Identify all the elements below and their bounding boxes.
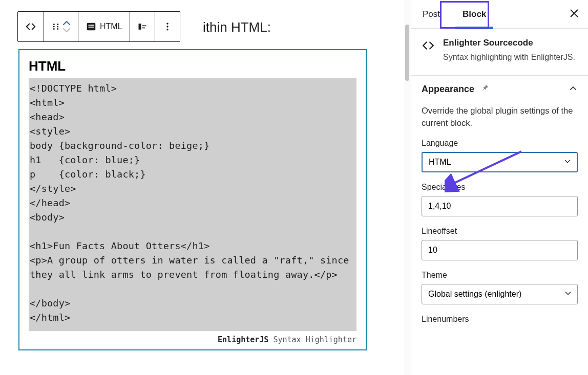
sidebar-tabs: Post Block (411, 0, 588, 29)
svg-point-3 (57, 26, 58, 28)
chevron-up-icon (569, 84, 578, 95)
chevron-down-icon (563, 157, 572, 167)
svg-rect-12 (142, 28, 145, 29)
settings-sidebar: Post Block Enlighter Sourcecode Syntax h… (411, 0, 588, 375)
svg-point-15 (166, 29, 168, 30)
pin-icon (479, 83, 490, 96)
partial-heading-text: ithin HTML: (203, 19, 271, 35)
appearance-panel-toggle[interactable]: Appearance (411, 75, 588, 103)
close-sidebar-button[interactable] (569, 8, 580, 21)
block-info: Enlighter Sourcecode Syntax highlighting… (422, 38, 578, 63)
footer-rest: Syntax Highlighter (268, 335, 356, 344)
appearance-panel-body: Override the global plugin settings of t… (422, 103, 578, 324)
block-name: Enlighter Sourcecode (443, 38, 575, 48)
language-select-value: HTML (429, 158, 451, 167)
svg-rect-8 (90, 25, 94, 26)
appearance-note: Override the global plugin settings of t… (422, 105, 578, 129)
svg-point-14 (166, 26, 168, 27)
svg-point-4 (53, 28, 55, 30)
editor-scrollbar-thumb[interactable] (405, 25, 409, 81)
more-options-button[interactable] (162, 21, 173, 32)
block-description: Syntax highlighting with EnlighterJS. (443, 51, 575, 63)
drag-handle-icon[interactable] (51, 22, 60, 31)
svg-point-1 (57, 24, 58, 25)
editor-canvas: ithin HTML: HTML (0, 0, 404, 375)
svg-rect-11 (142, 26, 146, 27)
tab-post-label: Post (423, 9, 440, 19)
lineoffset-label: Lineoffset (422, 227, 578, 236)
block-language-title: HTML (29, 58, 356, 74)
chevron-down-icon (564, 289, 572, 299)
svg-point-13 (166, 23, 168, 25)
move-arrows[interactable] (62, 20, 71, 33)
lineoffset-input[interactable] (422, 240, 578, 260)
block-toolbar: HTML (17, 11, 180, 42)
appearance-title: Appearance (422, 84, 474, 95)
footer-brand: EnlighterJS (218, 335, 268, 344)
tab-block[interactable]: Block (451, 0, 497, 29)
tab-post[interactable]: Post (411, 0, 451, 29)
svg-point-0 (53, 24, 55, 25)
block-type-icon[interactable] (25, 21, 36, 32)
speciallines-input[interactable] (422, 196, 578, 216)
speciallines-label: Speciallines (422, 183, 578, 192)
theme-label: Theme (422, 271, 578, 280)
theme-select[interactable]: Global settings (enlighter) (422, 284, 578, 304)
code-textarea[interactable]: <!DOCTYPE html> <html> <head> <style> bo… (29, 78, 356, 331)
align-button[interactable] (137, 21, 148, 32)
html-toggle-button[interactable]: HTML (86, 21, 122, 32)
language-select[interactable]: HTML (422, 152, 578, 172)
enlighter-block[interactable]: HTML <!DOCTYPE html> <html> <head> <styl… (18, 49, 367, 350)
html-toggle-label: HTML (100, 22, 122, 31)
svg-rect-7 (89, 25, 90, 26)
editor-scrollbar-track[interactable] (404, 0, 411, 375)
code-icon (422, 39, 435, 54)
block-footer: EnlighterJS Syntax Highlighter (29, 335, 356, 344)
svg-point-5 (57, 28, 58, 30)
svg-rect-10 (138, 24, 141, 30)
theme-select-value: Global settings (enlighter) (428, 290, 521, 299)
language-label: Language (422, 139, 578, 148)
tab-active-indicator (455, 27, 493, 29)
svg-point-2 (53, 26, 55, 28)
linenumbers-label: Linenumbers (422, 315, 578, 324)
tab-block-label: Block (463, 9, 486, 19)
svg-rect-9 (89, 27, 94, 28)
